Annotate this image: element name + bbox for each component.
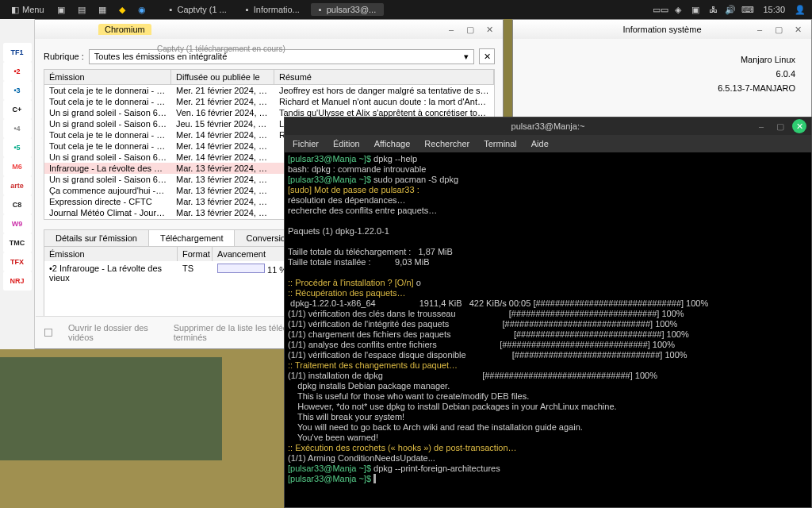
- taskbar: ◧ Menu ▣ ▤ ▦ ◆ ◉ ▪Captvty (1 ...▪Informa…: [0, 0, 812, 19]
- maximize-button[interactable]: ▢: [773, 119, 787, 133]
- volume-icon[interactable]: 🔊: [723, 2, 737, 17]
- tab-chromium[interactable]: Chromium: [98, 24, 151, 35]
- channel-button[interactable]: •2: [3, 62, 32, 81]
- task-icon: ▪: [170, 5, 173, 14]
- launcher-app-icon[interactable]: ◆: [113, 3, 132, 17]
- terminal-output[interactable]: [pulsar33@Manja ~]$ dpkg --help bash: dp…: [285, 152, 811, 507]
- terminal-menu-item[interactable]: Fichier: [293, 139, 319, 148]
- channel-button[interactable]: W9: [3, 214, 32, 233]
- launcher-chromium-icon[interactable]: ◉: [132, 3, 152, 17]
- channel-button[interactable]: arte: [3, 176, 32, 195]
- maximize-button[interactable]: ▢: [772, 22, 786, 37]
- sysinfo-kernel: 6.5.13-7-MANJARO: [718, 83, 795, 93]
- episode-row[interactable]: Tout cela je te le donnerai - Saison 1 É…: [44, 96, 494, 107]
- launcher-browser-icon[interactable]: ▦: [92, 3, 113, 17]
- launcher-files-icon[interactable]: ▤: [71, 3, 92, 17]
- dl-num: •2: [49, 264, 57, 273]
- dl-col-emission[interactable]: Émission: [44, 247, 178, 261]
- status-open-folder[interactable]: Ouvrir le dossier des vidéos: [68, 323, 158, 342]
- system-tray: ▭▭ ◈ ▣ 🖧 🔊 ⌨ 15:30 👤: [653, 2, 807, 17]
- keyboard-icon[interactable]: ⌨: [741, 2, 755, 17]
- col-emission[interactable]: Émission: [44, 70, 171, 84]
- dl-format: TS: [178, 263, 213, 283]
- channel-sidebar: TF1•2•3C+•4•5M6arteC8W9TMCTFXNRJ: [0, 19, 35, 349]
- minimize-button[interactable]: –: [754, 119, 768, 133]
- window-titlebar: ⋮ Chromium Captvty (1 téléchargement en …: [1, 20, 503, 39]
- channel-button[interactable]: C8: [3, 195, 32, 214]
- user-icon[interactable]: 👤: [793, 2, 807, 17]
- folder-icon[interactable]: 🞎: [44, 328, 52, 337]
- channel-button[interactable]: M6: [3, 157, 32, 176]
- terminal-title: pulsar33@Manja:~: [511, 121, 585, 131]
- menu-icon: ◧: [11, 5, 19, 15]
- task-label: Captvty (1 ...: [177, 5, 226, 14]
- sysinfo-titlebar: Information système – ▢ ✕: [513, 20, 811, 39]
- maximize-button[interactable]: ▢: [463, 22, 477, 37]
- sysinfo-window: Information système – ▢ ✕ Manjaro Linux …: [512, 19, 812, 122]
- network-icon[interactable]: 🖧: [706, 2, 720, 17]
- sysinfo-distro: Manjaro Linux: [718, 55, 795, 64]
- terminal-titlebar: pulsar33@Manja:~ – ▢ ✕: [285, 117, 811, 135]
- dl-name: Infrarouge - La révolte des vieux: [49, 264, 162, 283]
- terminal-menu-item[interactable]: Affichage: [374, 139, 411, 148]
- task-label: pulsar33@...: [327, 5, 377, 14]
- minimize-button[interactable]: –: [444, 22, 458, 37]
- channel-button[interactable]: TF1: [3, 43, 32, 62]
- terminal-menu-item[interactable]: Aide: [531, 139, 549, 148]
- task-label: Informatio...: [254, 5, 300, 14]
- tab-details[interactable]: Détails sur l'émission: [44, 229, 149, 246]
- dl-col-format[interactable]: Format: [178, 247, 213, 261]
- close-button[interactable]: ✕: [482, 22, 496, 37]
- menu-label: Menu: [22, 5, 44, 14]
- terminal-menu-item[interactable]: Terminal: [484, 139, 517, 148]
- terminal-window: pulsar33@Manja:~ – ▢ ✕ FichierÉditionAff…: [284, 117, 812, 508]
- clock[interactable]: 15:30: [763, 5, 785, 14]
- display-icon[interactable]: ▣: [688, 2, 703, 17]
- sysinfo-title: Information système: [622, 25, 701, 34]
- channel-button[interactable]: TMC: [3, 233, 32, 252]
- episodes-grid-header: Émission Diffusée ou publiée le Résumé: [44, 69, 495, 85]
- close-button[interactable]: ✕: [792, 119, 806, 133]
- workspace-switcher-icon[interactable]: ▭▭: [653, 2, 668, 17]
- sysinfo-version: 6.0.4: [718, 69, 795, 79]
- rubrique-label: Rubrique :: [44, 52, 84, 61]
- taskbar-task[interactable]: ▪Informatio...: [238, 3, 308, 16]
- channel-button[interactable]: C+: [3, 100, 32, 119]
- close-button[interactable]: ✕: [791, 22, 805, 37]
- channel-button[interactable]: NRJ: [3, 271, 32, 291]
- launcher-terminal-icon[interactable]: ▣: [51, 3, 71, 17]
- menu-button[interactable]: ◧ Menu: [5, 3, 51, 17]
- taskbar-task[interactable]: ▪pulsar33@...: [311, 3, 384, 16]
- channel-button[interactable]: •3: [3, 81, 32, 100]
- channel-button[interactable]: •5: [3, 138, 32, 157]
- minimize-button[interactable]: –: [753, 22, 767, 37]
- channel-button[interactable]: •4: [3, 119, 32, 138]
- taskbar-task[interactable]: ▪Captvty (1 ...: [162, 3, 235, 16]
- col-date[interactable]: Diffusée ou publiée le: [171, 70, 274, 84]
- window-subtitle: Captvty (1 téléchargement en cours): [157, 39, 308, 58]
- shield-icon[interactable]: ◈: [671, 2, 685, 17]
- terminal-menu-item[interactable]: Rechercher: [424, 139, 469, 148]
- task-icon: ▪: [319, 5, 322, 14]
- clear-button[interactable]: ✕: [479, 48, 495, 64]
- task-icon: ▪: [246, 5, 249, 14]
- terminal-menu-item[interactable]: Édition: [333, 139, 360, 148]
- channel-button[interactable]: TFX: [3, 252, 32, 271]
- tab-download[interactable]: Téléchargement: [148, 229, 236, 246]
- episode-row[interactable]: Tout cela je te le donnerai - Saison 1 É…: [44, 85, 494, 96]
- terminal-menubar: FichierÉditionAffichageRechercherTermina…: [285, 135, 811, 152]
- col-resume[interactable]: Résumé: [274, 70, 494, 84]
- chevron-down-icon: ▾: [464, 52, 469, 62]
